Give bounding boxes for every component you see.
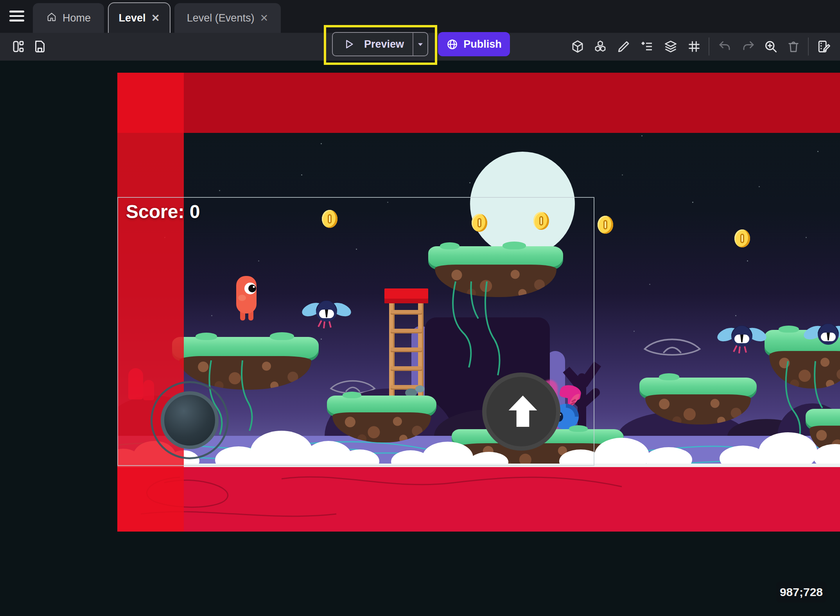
grid-icon[interactable] (686, 38, 702, 55)
publish-label: Publish (463, 38, 502, 50)
red-obstacle-top[interactable] (117, 73, 840, 133)
score-text-object[interactable]: Score: 0 (126, 201, 200, 222)
tab-label: Level (Events) (187, 12, 255, 24)
globe-icon (446, 38, 458, 50)
joystick-control[interactable] (151, 381, 229, 459)
bat-enemy-object[interactable] (716, 319, 767, 356)
cursor-coordinates: 987;728 (776, 582, 826, 603)
close-tab-icon[interactable]: ✕ (260, 13, 268, 23)
toolbar-divider (709, 38, 709, 56)
zoom-in-icon[interactable] (763, 38, 779, 55)
tab-label: Level (119, 12, 146, 24)
close-tab-icon[interactable]: ✕ (151, 13, 160, 23)
button-divider (413, 33, 413, 56)
hamburger-menu-icon[interactable] (9, 11, 25, 22)
save-icon[interactable] (33, 38, 49, 55)
edit-events-icon[interactable] (816, 38, 832, 55)
play-icon (343, 38, 355, 50)
tab-label: Home (63, 12, 91, 24)
tab-level[interactable]: Level ✕ (108, 2, 171, 33)
preview-button[interactable]: Preview (332, 32, 428, 56)
scene-editor-canvas[interactable]: Score: 0 (117, 73, 840, 532)
redo-icon[interactable] (740, 38, 757, 55)
up-arrow-icon (504, 392, 542, 432)
pencil-icon[interactable] (616, 38, 632, 55)
joystick-knob[interactable] (161, 391, 219, 449)
3d-box-icon[interactable] (569, 38, 586, 55)
trash-icon[interactable] (785, 38, 802, 55)
preview-label: Preview (364, 38, 404, 50)
object-list-icon[interactable] (639, 38, 655, 55)
coin-instance[interactable] (734, 229, 750, 247)
coin-instance[interactable] (598, 216, 613, 234)
layout-panels-icon[interactable] (10, 38, 27, 55)
toolbar-divider (808, 38, 809, 56)
layers-icon[interactable] (662, 38, 679, 55)
home-icon (46, 11, 57, 25)
platform-instance[interactable] (639, 378, 757, 424)
red-obstacle-bottom[interactable] (117, 467, 840, 532)
tab-home[interactable]: Home (33, 3, 104, 33)
undo-icon[interactable] (716, 38, 733, 55)
instances-icon[interactable] (592, 38, 608, 55)
jump-button[interactable] (482, 372, 560, 451)
tab-level-events[interactable]: Level (Events) ✕ (174, 3, 281, 33)
caret-down-icon[interactable] (416, 39, 425, 49)
bat-enemy-object[interactable] (803, 317, 840, 354)
publish-button[interactable]: Publish (438, 32, 510, 56)
eye-decoration (641, 332, 704, 363)
